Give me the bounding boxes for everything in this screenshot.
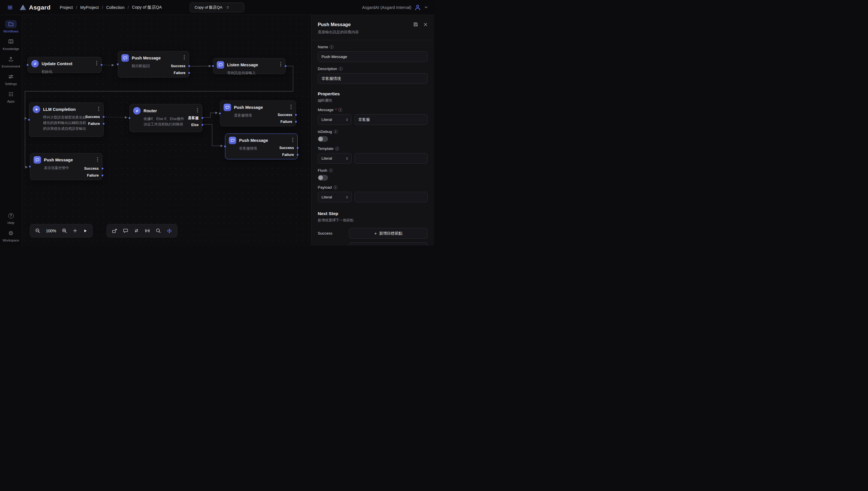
move-icon[interactable] bbox=[167, 228, 172, 234]
brand[interactable]: Asgard bbox=[20, 4, 51, 11]
chat-bubble-icon[interactable] bbox=[123, 228, 128, 233]
input-port[interactable] bbox=[212, 65, 214, 67]
node-title: Listen Message bbox=[227, 63, 277, 67]
kebab-menu-icon[interactable] bbox=[292, 138, 294, 143]
kebab-menu-icon[interactable] bbox=[98, 107, 100, 112]
kebab-menu-icon[interactable] bbox=[290, 105, 292, 110]
output-port[interactable] bbox=[202, 117, 203, 119]
node-push-message-noncustomer[interactable]: Push Message 非客服情境 Success Failure bbox=[225, 134, 298, 160]
node-title: Update Context bbox=[41, 61, 93, 66]
output-is-customer[interactable]: 是客服 bbox=[188, 115, 199, 121]
output-failure[interactable]: Failure bbox=[280, 119, 292, 124]
output-failure[interactable]: Failure bbox=[174, 70, 185, 76]
info-icon: i bbox=[333, 185, 337, 189]
breadcrumb-myproject[interactable]: MyProject bbox=[80, 5, 99, 10]
node-push-message-ratelimit[interactable]: Push Message 表示流量控管中 Success Failure bbox=[30, 153, 102, 180]
flush-toggle[interactable] bbox=[318, 175, 328, 181]
input-port[interactable] bbox=[29, 166, 31, 167]
template-type-select[interactable]: Literal bbox=[318, 153, 352, 164]
node-llm-completion[interactable]: LLM Completion 呼叫大型語言模型並產生結構化的資料輸出以輔助流程的… bbox=[29, 103, 103, 137]
swap-arrows-icon[interactable] bbox=[134, 228, 139, 233]
input-port[interactable] bbox=[224, 146, 226, 147]
output-else[interactable]: Else bbox=[191, 122, 199, 127]
node-listen-message[interactable]: Listen Message 等待訊息內容輸入 bbox=[213, 58, 286, 74]
add-node-icon[interactable] bbox=[112, 228, 117, 234]
isdebug-field-label: isDebug i bbox=[318, 129, 428, 134]
sidebar-item-settings[interactable]: Settings bbox=[5, 73, 17, 86]
breadcrumb-collection[interactable]: Collection bbox=[106, 5, 125, 10]
plus-icon[interactable] bbox=[72, 228, 78, 233]
node-update-context[interactable]: Update Context 初始化 bbox=[28, 57, 101, 73]
message-value-input[interactable] bbox=[355, 114, 428, 125]
output-port[interactable] bbox=[295, 121, 297, 123]
kebab-menu-icon[interactable] bbox=[196, 108, 199, 114]
output-port[interactable] bbox=[188, 65, 190, 67]
node-push-message-customer[interactable]: Push Message 是客服情境 Success Failure bbox=[220, 100, 296, 126]
sidebar-item-workspace[interactable]: Workspace bbox=[3, 229, 19, 242]
name-input[interactable] bbox=[318, 51, 428, 62]
save-icon[interactable] bbox=[413, 22, 418, 27]
description-input[interactable] bbox=[318, 73, 428, 84]
info-icon: i bbox=[330, 45, 333, 49]
output-port[interactable] bbox=[101, 168, 103, 169]
close-icon[interactable] bbox=[423, 22, 428, 27]
template-value-input[interactable] bbox=[355, 153, 428, 164]
isdebug-toggle[interactable] bbox=[318, 136, 328, 142]
output-port[interactable] bbox=[297, 154, 299, 155]
breadcrumb-workflow[interactable]: Copy of 飯店QA bbox=[132, 5, 162, 10]
input-port[interactable] bbox=[128, 117, 130, 119]
output-port[interactable] bbox=[101, 64, 102, 66]
apps-grid-icon bbox=[5, 90, 17, 98]
input-port[interactable] bbox=[117, 63, 119, 65]
payload-value-input[interactable] bbox=[355, 192, 428, 202]
output-success[interactable]: Success bbox=[84, 166, 99, 171]
sparkle-icon bbox=[33, 106, 40, 113]
output-port[interactable] bbox=[103, 123, 104, 125]
output-success[interactable]: Success bbox=[171, 63, 185, 68]
output-success[interactable]: Success bbox=[277, 112, 292, 117]
output-port[interactable] bbox=[188, 72, 190, 74]
chevron-down-icon[interactable] bbox=[424, 5, 428, 9]
input-port[interactable] bbox=[27, 64, 28, 66]
payload-type-select[interactable]: Literal bbox=[318, 192, 352, 202]
output-success[interactable]: Success bbox=[85, 114, 100, 119]
add-target-node-button[interactable]: + 新增目標節點 bbox=[349, 228, 428, 239]
sidebar-item-help[interactable]: ? Help bbox=[5, 212, 17, 225]
output-port[interactable] bbox=[285, 65, 287, 67]
sidebar-item-knowledge[interactable]: Knowledge bbox=[3, 38, 19, 51]
search-icon[interactable] bbox=[156, 228, 161, 233]
node-router[interactable]: Router 依據If、Else If、Else條件決定工作流程執行的路徑 是客… bbox=[129, 104, 202, 132]
input-port[interactable] bbox=[28, 119, 30, 121]
kebab-menu-icon[interactable] bbox=[96, 157, 99, 163]
kebab-menu-icon[interactable] bbox=[183, 55, 185, 61]
kebab-menu-icon[interactable] bbox=[279, 62, 282, 68]
output-port[interactable] bbox=[295, 114, 297, 116]
sidebar-item-apps[interactable]: Apps bbox=[5, 90, 17, 103]
output-port[interactable] bbox=[103, 116, 104, 118]
user-avatar-icon[interactable] bbox=[414, 4, 421, 11]
sidebar-item-workflows[interactable]: Workflows bbox=[3, 20, 19, 33]
add-target-node-button[interactable]: + 新增目標節點 bbox=[349, 242, 428, 246]
zoom-out-icon[interactable] bbox=[35, 228, 40, 233]
node-push-message-welcome[interactable]: Push Message 顯示歡迎詞 Success Failure bbox=[118, 51, 189, 78]
output-port[interactable] bbox=[202, 124, 203, 126]
output-failure[interactable]: Failure bbox=[87, 173, 99, 178]
output-failure[interactable]: Failure bbox=[88, 121, 100, 126]
workflow-canvas[interactable]: Update Context 初始化 Push Message bbox=[22, 15, 311, 246]
input-port[interactable] bbox=[219, 113, 221, 114]
hamburger-menu-icon[interactable] bbox=[6, 3, 14, 12]
breadcrumb-project[interactable]: Project bbox=[60, 5, 72, 10]
output-port[interactable] bbox=[101, 175, 103, 176]
play-icon[interactable] bbox=[83, 229, 88, 233]
template-field-label: Template i bbox=[318, 146, 428, 151]
message-type-select[interactable]: Literal bbox=[318, 114, 352, 125]
kebab-menu-icon[interactable] bbox=[96, 61, 98, 67]
output-port[interactable] bbox=[297, 147, 299, 149]
workflow-selector[interactable]: Copy of 飯店QA bbox=[190, 3, 244, 12]
broadcast-icon[interactable] bbox=[145, 228, 150, 233]
zoom-in-icon[interactable] bbox=[62, 228, 67, 233]
help-icon: ? bbox=[5, 212, 17, 220]
output-success[interactable]: Success bbox=[279, 145, 294, 150]
output-failure[interactable]: Failure bbox=[282, 152, 294, 157]
sidebar-item-environment[interactable]: Environment bbox=[2, 55, 20, 68]
